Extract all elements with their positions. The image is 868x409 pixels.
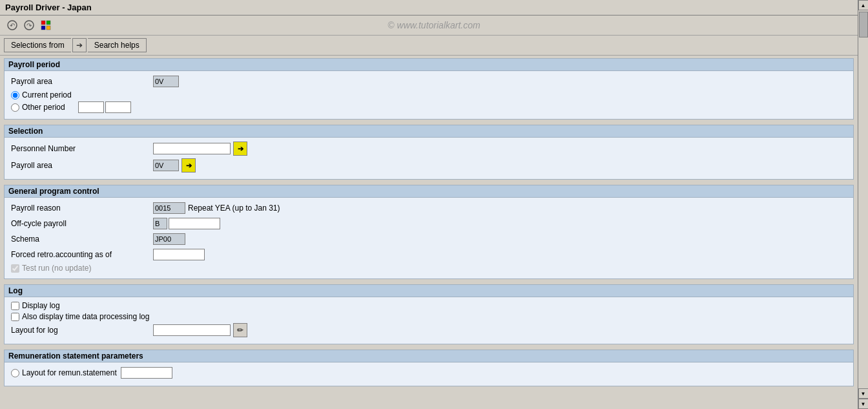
payroll-area-label: Payroll area	[11, 77, 153, 86]
other-period-input1[interactable]	[78, 101, 104, 113]
payroll-reason-label: Payroll reason	[11, 204, 153, 213]
payroll-period-body: Payroll area Current period Other period	[5, 71, 853, 119]
general-program-header: General program control	[5, 185, 853, 198]
other-period-input2[interactable]	[105, 101, 131, 113]
schema-label: Schema	[11, 235, 153, 244]
svg-text:↶: ↶	[10, 22, 15, 29]
scroll-down-arrow[interactable]: ▼	[858, 388, 869, 394]
remun-layout-label: Layout for remun.statement	[22, 368, 117, 377]
arrow-middle-button[interactable]: ➔	[72, 38, 87, 52]
log-section: Log Display log Also display time data p…	[4, 284, 854, 344]
title-bar: Payroll Driver - Japan	[0, 0, 868, 16]
grid-icon[interactable]	[39, 18, 53, 32]
remuneration-header: Remuneration statement parameters	[5, 350, 853, 362]
payroll-period-header: Payroll period	[5, 59, 853, 71]
forward-icon[interactable]: ↷	[22, 18, 36, 32]
other-period-row: Other period	[11, 101, 847, 113]
time-data-row: Also display time data processing log	[11, 312, 847, 321]
other-period-radio[interactable]	[11, 103, 19, 112]
remuneration-body: Layout for remun.statement	[5, 362, 853, 386]
svg-rect-4	[41, 21, 45, 25]
off-cycle-row: Off-cycle payroll	[11, 217, 847, 230]
display-log-checkbox[interactable]	[11, 302, 19, 310]
other-period-inputs	[78, 101, 131, 113]
general-program-body: Payroll reason Repeat YEA (up to Jan 31)…	[5, 198, 853, 278]
layout-log-label: Layout for log	[11, 326, 153, 335]
time-data-checkbox[interactable]	[11, 313, 19, 321]
payroll-reason-row: Payroll reason Repeat YEA (up to Jan 31)	[11, 202, 847, 215]
log-body: Display log Also display time data proce…	[5, 297, 853, 344]
layout-log-container: ✏	[153, 323, 247, 337]
personnel-number-row: Personnel Number ➔	[11, 142, 847, 156]
off-cycle-value-input[interactable]	[169, 218, 220, 229]
scroll-thumb[interactable]	[859, 12, 868, 37]
scroll-up-arrow[interactable]: ▲	[858, 0, 869, 10]
remun-layout-input[interactable]	[121, 367, 172, 379]
selection-body: Personnel Number ➔ Payroll area ➔	[5, 138, 853, 179]
forced-retro-row: Forced retro.accounting as of	[11, 248, 847, 261]
test-run-label: Test run (no update)	[22, 264, 91, 273]
layout-log-input[interactable]	[153, 324, 231, 336]
current-period-row: Current period	[11, 90, 847, 100]
personnel-number-label: Personnel Number	[11, 144, 153, 153]
scrollbar: ▲ ▼ ▼	[858, 0, 868, 394]
remun-layout-radio[interactable]	[11, 369, 19, 377]
display-log-row: Display log	[11, 301, 847, 310]
watermark: © www.tutorialkart.com	[388, 20, 480, 30]
personnel-number-select-btn[interactable]: ➔	[233, 142, 247, 156]
main-content: Payroll period Payroll area Current peri…	[0, 56, 858, 394]
selection-payroll-area-label: Payroll area	[11, 161, 153, 170]
payroll-area-row: Payroll area	[11, 75, 847, 88]
off-cycle-label: Off-cycle payroll	[11, 219, 153, 228]
selection-payroll-area-select-btn[interactable]: ➔	[181, 158, 196, 173]
forced-retro-input[interactable]	[153, 249, 205, 260]
toolbar: ↶ ↷ © www.tutorialkart.com	[0, 16, 868, 36]
payroll-reason-description: Repeat YEA (up to Jan 31)	[188, 204, 280, 213]
test-run-row: Test run (no update)	[11, 264, 847, 273]
selection-payroll-area-row: Payroll area ➔	[11, 158, 847, 173]
window-title: Payroll Driver - Japan	[5, 3, 92, 12]
svg-rect-7	[46, 26, 50, 30]
back-icon[interactable]: ↶	[5, 18, 19, 32]
other-period-label: Other period	[22, 103, 65, 112]
svg-rect-5	[46, 21, 50, 25]
schema-row: Schema	[11, 233, 847, 246]
display-log-label: Display log	[22, 301, 60, 310]
svg-text:↷: ↷	[26, 22, 32, 29]
log-header: Log	[5, 285, 853, 297]
remun-layout-row: Layout for remun.statement	[11, 366, 847, 379]
payroll-area-input[interactable]	[153, 76, 179, 87]
selections-from-button[interactable]: Selections from	[4, 38, 71, 52]
forced-retro-label: Forced retro.accounting as of	[11, 250, 153, 259]
personnel-number-input[interactable]	[153, 143, 231, 154]
off-cycle-container	[153, 218, 220, 229]
test-run-checkbox[interactable]	[11, 264, 19, 273]
selection-payroll-area-input[interactable]	[153, 160, 179, 171]
svg-rect-6	[41, 26, 45, 30]
current-period-label: Current period	[22, 90, 72, 100]
remuneration-section: Remuneration statement parameters Layout…	[4, 350, 854, 386]
action-bar: Selections from ➔ Search helps	[0, 36, 868, 56]
pencil-button[interactable]: ✏	[233, 323, 247, 337]
payroll-period-section: Payroll period Payroll area Current peri…	[4, 58, 854, 120]
off-cycle-b-input[interactable]	[153, 218, 167, 229]
schema-input[interactable]	[153, 233, 185, 245]
payroll-reason-code-input[interactable]	[153, 202, 185, 214]
time-data-label: Also display time data processing log	[22, 312, 149, 321]
current-period-radio[interactable]	[11, 91, 19, 100]
remun-layout-radio-row: Layout for remun.statement	[11, 368, 117, 377]
selection-header: Selection	[5, 125, 853, 138]
general-program-section: General program control Payroll reason R…	[4, 185, 854, 279]
layout-log-row: Layout for log ✏	[11, 323, 847, 337]
selection-section: Selection Personnel Number ➔ Payroll are…	[4, 125, 854, 180]
search-helps-button[interactable]: Search helps	[88, 38, 147, 52]
pencil-icon: ✏	[237, 326, 243, 335]
